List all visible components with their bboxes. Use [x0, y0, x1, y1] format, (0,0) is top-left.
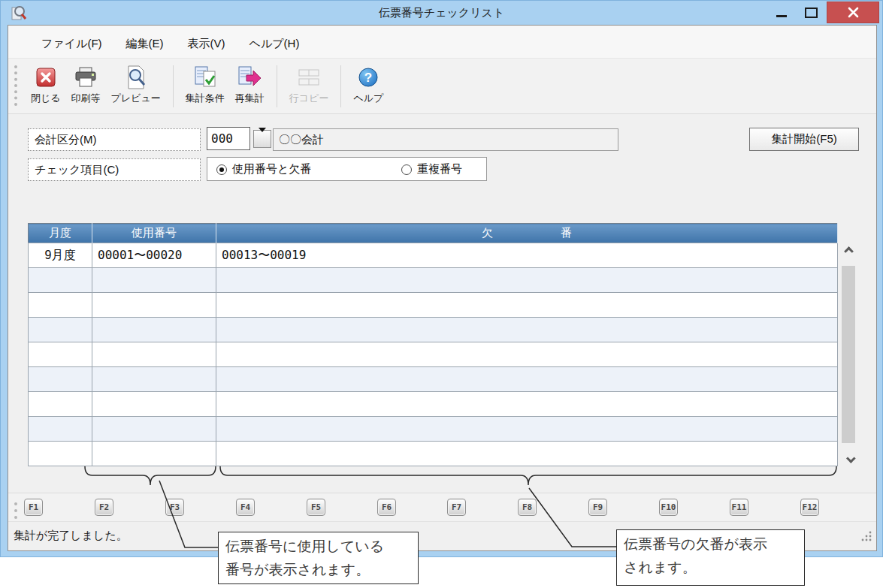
fkey-f7[interactable]: F7 — [447, 499, 466, 516]
table-row[interactable] — [29, 417, 838, 442]
toolbar-close-button[interactable]: 閉じる — [26, 62, 66, 107]
cell-used-numbers[interactable] — [92, 392, 216, 417]
fkeybar-grip[interactable] — [14, 502, 18, 519]
toolbar-help-button[interactable]: ? ヘルプ — [348, 62, 389, 107]
fkey-f2[interactable]: F2 — [95, 499, 113, 516]
cell-used-numbers[interactable] — [92, 442, 216, 466]
start-aggregation-button[interactable]: 集計開始(F5) — [749, 128, 859, 151]
chevron-down-icon — [845, 454, 855, 463]
toolbar-preview-button[interactable]: プレビュー — [106, 62, 166, 107]
toolbar-print-button[interactable]: 印刷等 — [66, 62, 106, 107]
fkey-f3[interactable]: F3 — [165, 499, 184, 516]
menu-file[interactable]: ファイル(F) — [29, 33, 114, 55]
cell-missing-numbers[interactable] — [216, 318, 838, 342]
radio-unselected-icon — [401, 164, 412, 175]
cell-month[interactable] — [29, 318, 92, 342]
menu-view[interactable]: 表示(V) — [176, 33, 237, 55]
minimize-button[interactable] — [770, 3, 793, 22]
callout-missing-numbers: 伝票番号の欠番が表示 されます。 — [616, 529, 805, 586]
cell-used-numbers[interactable] — [92, 318, 216, 342]
maximize-button[interactable] — [799, 3, 823, 22]
radio-duplicate-numbers[interactable]: 重複番号 — [401, 162, 462, 176]
fkey-f9[interactable]: F9 — [588, 499, 607, 516]
toolbar-recalculate-button[interactable]: 再集計 — [230, 62, 270, 107]
cell-missing-numbers[interactable] — [216, 417, 838, 442]
fkey-f4[interactable]: F4 — [236, 499, 255, 516]
cell-month[interactable] — [29, 417, 92, 442]
scroll-down-button[interactable] — [839, 449, 857, 467]
preview-icon — [125, 64, 147, 91]
account-name-display: 〇〇会計 — [273, 128, 618, 151]
account-category-label: 会計区分(M) — [28, 128, 201, 151]
toolbar-separator — [277, 65, 277, 107]
cell-missing-numbers[interactable] — [216, 442, 838, 466]
table-row[interactable] — [29, 293, 838, 318]
close-button[interactable] — [827, 2, 879, 23]
cell-month[interactable] — [29, 268, 92, 293]
dropdown-arrow-icon — [259, 132, 267, 146]
radio-used-and-missing[interactable]: 使用番号と欠番 — [216, 162, 311, 176]
cell-missing-numbers[interactable] — [216, 293, 838, 318]
cell-used-numbers[interactable] — [92, 342, 216, 367]
table-row[interactable] — [29, 442, 838, 466]
cell-month[interactable] — [29, 392, 92, 417]
cell-missing-numbers[interactable] — [216, 367, 838, 392]
table-row[interactable] — [29, 367, 838, 392]
toolbar-aggregate-conditions-label: 集計条件 — [186, 92, 225, 105]
app-window: 伝票番号チェックリスト ファイル(F) 編集(E) 表示(V) ヘルプ(H) — [0, 0, 883, 557]
cell-used-numbers[interactable] — [92, 367, 216, 392]
cell-used-numbers[interactable] — [92, 293, 216, 318]
cell-used-numbers[interactable]: 00001〜00020 — [92, 243, 216, 268]
toolbar-aggregate-conditions-button[interactable]: 集計条件 — [180, 62, 230, 107]
maximize-icon — [805, 8, 818, 18]
account-code-input[interactable] — [207, 127, 250, 150]
status-message: 集計が完了しました。 — [14, 529, 128, 543]
cell-month[interactable] — [29, 442, 92, 466]
cell-month[interactable] — [29, 293, 92, 318]
check-item-label: チェック項目(C) — [28, 158, 201, 181]
cell-missing-numbers[interactable] — [216, 342, 838, 367]
cell-missing-numbers[interactable] — [216, 392, 838, 417]
fkey-f6[interactable]: F6 — [377, 499, 396, 516]
fkey-f8[interactable]: F8 — [518, 499, 537, 516]
toolbar-separator — [173, 65, 174, 107]
fkey-f12[interactable]: F12 — [800, 499, 819, 516]
column-header-month: 月度 — [29, 224, 92, 243]
menu-help[interactable]: ヘルプ(H) — [237, 33, 312, 55]
toolbar-row-copy-button: 行コピー — [284, 62, 334, 107]
table-row[interactable] — [29, 318, 838, 342]
table-header-row: 月度 使用番号 欠 番 — [29, 224, 838, 243]
toolbar-close-label: 閉じる — [31, 92, 61, 105]
resize-grip-icon[interactable] — [861, 531, 872, 544]
cell-missing-numbers[interactable] — [216, 268, 838, 293]
scroll-up-button[interactable] — [839, 244, 857, 262]
vertical-scrollbar[interactable] — [839, 244, 857, 467]
cell-used-numbers[interactable] — [92, 268, 216, 293]
cell-month[interactable] — [29, 342, 92, 367]
cell-used-numbers[interactable] — [92, 417, 216, 442]
results-table: 月度 使用番号 欠 番 9月度 00001〜00020 00013〜00019 — [28, 223, 838, 466]
callout-text-line: されます。 — [624, 556, 797, 579]
menu-edit[interactable]: 編集(E) — [114, 33, 176, 55]
fkey-f10[interactable]: F10 — [659, 499, 678, 516]
fkey-f1[interactable]: F1 — [24, 499, 43, 516]
toolbar-help-label: ヘルプ — [353, 92, 383, 105]
cell-month[interactable]: 9月度 — [29, 243, 92, 268]
toolbar-grip[interactable] — [14, 65, 18, 106]
close-window-icon — [35, 64, 57, 91]
column-header-missing-numbers: 欠 番 — [216, 224, 838, 243]
scrollbar-thumb[interactable] — [842, 266, 855, 443]
toolbar: 閉じる 印刷等 — [8, 59, 876, 114]
cell-missing-numbers[interactable]: 00013〜00019 — [216, 243, 838, 268]
callout-text-line: 伝票番号に使用している — [225, 535, 411, 558]
fkey-f5[interactable]: F5 — [307, 499, 325, 516]
account-code-dropdown-button[interactable] — [253, 130, 271, 148]
cell-month[interactable] — [29, 367, 92, 392]
table-row[interactable] — [29, 268, 838, 293]
fkey-f11[interactable]: F11 — [730, 499, 748, 516]
table-row[interactable] — [29, 342, 838, 367]
menubar: ファイル(F) 編集(E) 表示(V) ヘルプ(H) — [8, 26, 876, 59]
client-area: ファイル(F) 編集(E) 表示(V) ヘルプ(H) 閉じる — [8, 25, 877, 551]
table-row[interactable]: 9月度 00001〜00020 00013〜00019 — [29, 243, 838, 268]
table-row[interactable] — [29, 392, 838, 417]
